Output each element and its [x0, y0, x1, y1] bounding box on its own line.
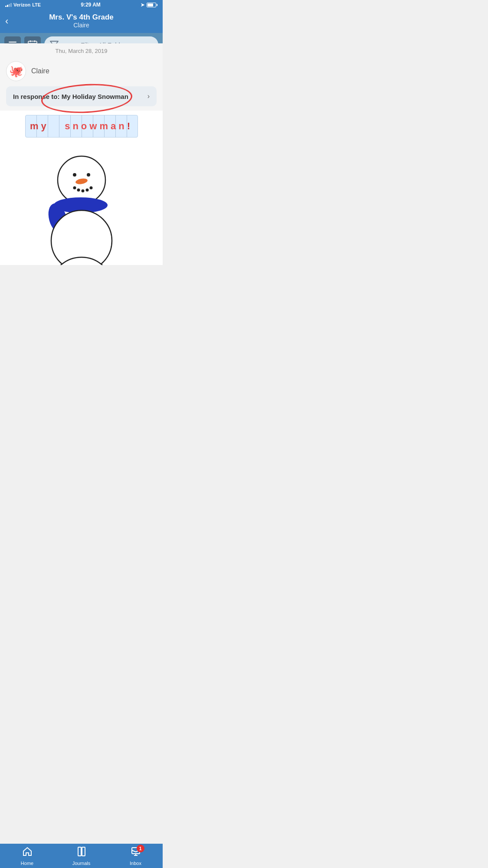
status-bar: Verizon LTE 9:29 AM ➤ [0, 0, 163, 10]
svg-point-16 [81, 190, 84, 193]
carrier-label: Verizon [13, 2, 30, 7]
snowman-svg [21, 145, 142, 265]
title-my: my [30, 121, 49, 131]
network-label: LTE [32, 2, 41, 7]
snowman-drawing [6, 141, 157, 265]
response-chevron-icon: › [147, 92, 150, 100]
title-excl: ! [127, 121, 133, 131]
lined-paper-header: my snowman! [25, 115, 138, 138]
svg-point-11 [73, 173, 76, 177]
page-wrapper: Verizon LTE 9:29 AM ➤ ‹ Mrs. V's 4th Gra… [0, 0, 163, 289]
battery-icon [147, 3, 157, 7]
response-text: In response to: My Holiday Snowman [13, 93, 128, 100]
avatar-emoji: 🐙 [9, 65, 23, 78]
student-name: Claire [31, 67, 49, 75]
status-left: Verizon LTE [5, 2, 41, 7]
student-row: 🐙 Claire [0, 58, 163, 84]
drawing-title: my snowman! [30, 121, 133, 132]
main-content: Thu, March 28, 2019 🐙 Claire In response… [0, 43, 163, 265]
signal-bars-icon [5, 3, 12, 7]
back-button[interactable]: ‹ [5, 16, 8, 27]
location-icon: ➤ [141, 2, 144, 8]
drawing-area: my snowman! [0, 111, 163, 265]
header-subtitle: Claire [17, 22, 145, 29]
status-time: 9:29 AM [81, 2, 101, 8]
title-snowman: snowman [65, 121, 127, 131]
svg-point-17 [85, 189, 88, 192]
response-card[interactable]: In response to: My Holiday Snowman › [6, 86, 157, 106]
status-right: ➤ [141, 2, 157, 8]
svg-point-18 [89, 187, 92, 190]
svg-point-15 [77, 189, 80, 192]
header: ‹ Mrs. V's 4th Grade Claire [0, 10, 163, 33]
date-divider: Thu, March 28, 2019 [0, 43, 163, 58]
svg-point-14 [73, 187, 76, 190]
avatar: 🐙 [6, 61, 26, 81]
header-title: Mrs. V's 4th Grade [17, 13, 145, 22]
svg-point-12 [87, 173, 90, 177]
